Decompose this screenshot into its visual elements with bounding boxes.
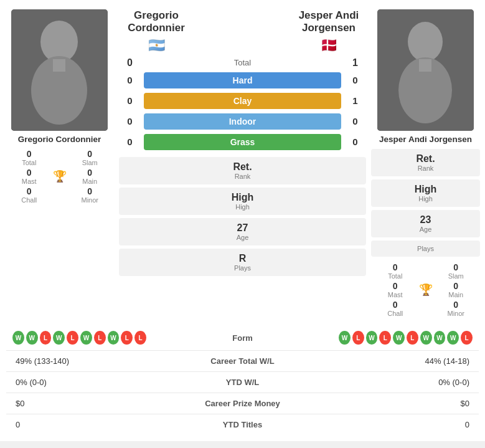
- p1-minor-val: 0: [66, 186, 115, 196]
- clay-v2: 1: [344, 95, 366, 106]
- form-pill: L: [352, 331, 364, 345]
- grass-button: Grass: [144, 134, 341, 150]
- career-wl-v1: 49% (133-140): [9, 356, 146, 366]
- player1-photo: [11, 9, 108, 131]
- prize-v2: $0: [339, 399, 476, 408]
- ytd-wl-row: 0% (0-0) YTD W/L 0% (0-0): [6, 372, 479, 393]
- career-wl-v2: 44% (14-18): [339, 356, 476, 366]
- p2-chall-cell: 0 Chall: [371, 300, 420, 317]
- p2-slam-cell: 0 Slam: [432, 262, 481, 280]
- total-label: Total: [141, 58, 344, 67]
- player1-stats-grid: 0 Total 0 Slam 0 Mast 🏆 0: [5, 149, 114, 204]
- form-pill: L: [94, 331, 106, 345]
- ytd-titles-v2: 0: [339, 420, 476, 429]
- p1-mast-lbl: Mast: [5, 178, 54, 185]
- p2-rank-val: Ret.: [377, 153, 474, 164]
- svg-rect-3: [53, 59, 65, 72]
- bottom-stats: WWLWLWLWLL Form WLWLWLWWWL 49% (133-140)…: [0, 322, 485, 441]
- ytd-wl-label: YTD W/L: [187, 378, 299, 387]
- p1-total-val: 0: [5, 149, 54, 159]
- form-pill: L: [134, 331, 146, 345]
- p2-plays-lbl: Plays: [377, 245, 474, 252]
- page: Gregorio Cordonnier 0 Total 0 Slam: [0, 0, 485, 441]
- form-row: WWLWLWLWLL Form WLWLWLWWWL: [6, 325, 479, 351]
- p2-total-cell: 0 Total: [371, 262, 420, 280]
- p2-mast-lbl: Mast: [371, 291, 420, 298]
- rank-val: Ret.: [125, 161, 360, 173]
- high-stat-box: High High: [119, 188, 366, 215]
- clay-button: Clay: [144, 93, 341, 109]
- age-stat-box: 27 Age: [119, 218, 366, 245]
- p1-chall-cell: 0 Chall: [5, 186, 54, 204]
- age-lbl: Age: [125, 234, 360, 241]
- player2-silhouette: [377, 9, 474, 131]
- career-wl-row: 49% (133-140) Career Total W/L 44% (14-1…: [6, 351, 479, 372]
- p2-spacer2: [420, 300, 432, 317]
- form-pill: L: [121, 331, 133, 345]
- indoor-v1: 0: [119, 116, 141, 126]
- player1-column: Gregorio Cordonnier 0 Total 0 Slam: [5, 9, 114, 204]
- ytd-wl-v1: 0% (0-0): [9, 378, 146, 387]
- career-wl-label: Career Total W/L: [187, 356, 299, 366]
- p2-high-val: High: [377, 184, 474, 195]
- ytd-titles-row: 0 YTD Titles 0: [6, 414, 479, 435]
- hard-v1: 0: [119, 75, 141, 85]
- p1-spacer1: [54, 149, 66, 166]
- player1-stats: 0 Total 0 Slam 0 Mast 🏆 0: [5, 149, 114, 204]
- p1-form-pills: WWLWLWLWLL: [9, 331, 146, 345]
- player1-silhouette: [11, 9, 108, 131]
- form-pill: L: [67, 331, 78, 345]
- p1-total-lbl: Total: [5, 159, 54, 166]
- p2-main-val: 0: [432, 281, 481, 291]
- player2-stats: Ret. Rank High High 23 Age Plays: [371, 149, 480, 317]
- p2-total-lbl: Total: [371, 272, 420, 280]
- indoor-v2: 0: [344, 116, 366, 126]
- player2-name: Jesper Andi Jorgensen: [379, 135, 472, 144]
- p1-mast-val: 0: [5, 168, 54, 178]
- p2-minor-val: 0: [432, 300, 481, 310]
- grass-label: Grass: [230, 137, 255, 147]
- form-pill: W: [53, 331, 65, 345]
- indoor-label: Indoor: [229, 117, 257, 126]
- plays-stat-box: R Plays: [119, 249, 366, 276]
- p1-chall-lbl: Chall: [5, 196, 54, 204]
- p1-main-cell: 0 Main: [66, 168, 115, 185]
- player1-name: Gregorio Cordonnier: [18, 135, 101, 144]
- form-pill: W: [26, 331, 38, 345]
- plays-val: R: [125, 253, 360, 264]
- p1-trophy-icon: 🏆: [54, 168, 66, 185]
- ytd-titles-v1: 0: [9, 420, 146, 429]
- p1-main-val: 0: [66, 168, 115, 178]
- total-v1: 0: [119, 57, 141, 69]
- clay-row: 0 Clay 1: [119, 92, 366, 110]
- top-comparison: Gregorio Cordonnier 0 Total 0 Slam: [0, 0, 485, 322]
- p2-age-val: 23: [377, 214, 474, 226]
- p2-mast-val: 0: [371, 281, 420, 291]
- prize-v1: $0: [9, 399, 146, 408]
- form-pill: W: [420, 331, 432, 345]
- p2-rank-box: Ret. Rank: [371, 149, 480, 176]
- p2-age-box: 23 Age: [371, 210, 480, 237]
- player2-column: Jesper Andi Jorgensen Ret. Rank High Hig…: [371, 9, 480, 317]
- form-pill: W: [434, 331, 446, 345]
- p1-chall-val: 0: [5, 186, 54, 196]
- form-pill: W: [447, 331, 459, 345]
- p2-minor-lbl: Minor: [432, 310, 481, 317]
- p2-main-lbl: Main: [432, 291, 481, 298]
- plays-lbl: Plays: [125, 264, 360, 272]
- form-pill: W: [12, 331, 24, 345]
- high-lbl: High: [125, 203, 360, 211]
- grass-row: 0 Grass 0: [119, 133, 366, 151]
- p1-main-lbl: Main: [66, 178, 115, 185]
- total-row: 0 Total 1: [119, 57, 366, 69]
- high-val: High: [125, 192, 360, 203]
- svg-point-5: [408, 22, 443, 62]
- p1-minor-cell: 0 Minor: [66, 186, 115, 204]
- p1-slam-val: 0: [66, 149, 115, 159]
- total-v2: 1: [344, 57, 366, 69]
- player-names-row: Gregorio Cordonnier 🇦🇷 Jesper Andi Jorge…: [119, 9, 366, 54]
- grass-v1: 0: [119, 136, 141, 147]
- center-p1-name: Gregorio Cordonnier: [119, 9, 194, 35]
- form-pill: L: [379, 331, 391, 345]
- form-pill: W: [80, 331, 92, 345]
